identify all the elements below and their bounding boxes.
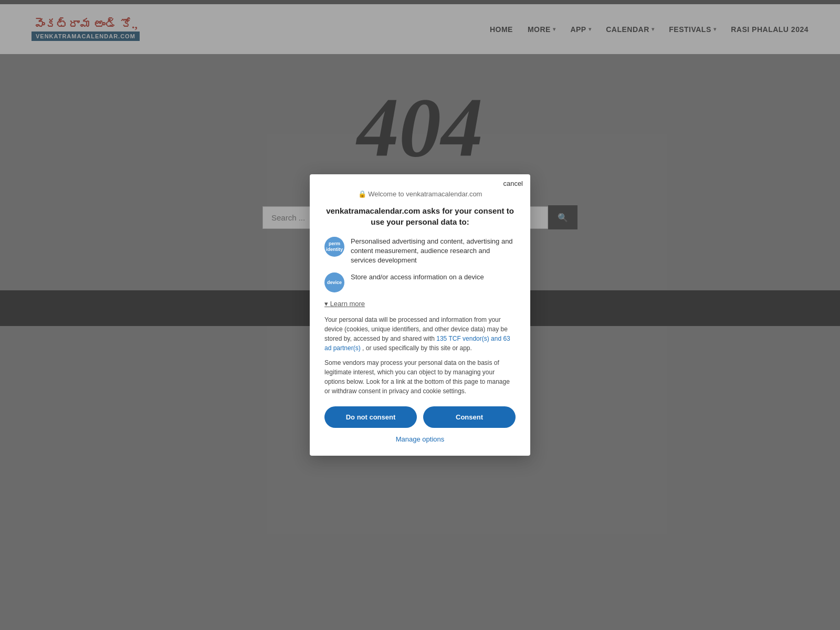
manage-options-link[interactable]: Manage options	[324, 435, 516, 443]
expand-more-icon: ▾	[324, 300, 328, 308]
perm-identity-badge: perm identity	[324, 237, 344, 257]
modal-title: venkatramacalendar.com asks for your con…	[324, 205, 516, 227]
modal-overlay: cancel 🔒 Welcome to venkatramacalendar.c…	[0, 0, 840, 630]
modal-cancel-button[interactable]: cancel	[503, 180, 523, 187]
expand-more-row[interactable]: ▾ Learn more	[324, 300, 516, 308]
permission-row-2: device Store and/or access information o…	[324, 272, 516, 292]
modal-buttons: Do not consent Consent	[324, 406, 516, 428]
modal-logo: 🔒 Welcome to venkatramacalendar.com	[324, 190, 516, 198]
modal-description-1: Your personal data will be processed and…	[324, 315, 516, 353]
perm-identity-text: Personalised advertising and content, ad…	[351, 237, 516, 266]
modal-description-2: Some vendors may process your personal d…	[324, 358, 516, 396]
consent-button[interactable]: Consent	[423, 406, 516, 428]
modal-logo-text: Welcome to venkatramacalendar.com	[368, 190, 482, 198]
consent-modal: cancel 🔒 Welcome to venkatramacalendar.c…	[310, 174, 530, 456]
perm-device-text: Store and/or access information on a dev…	[351, 272, 484, 282]
expand-more-label: Learn more	[330, 300, 365, 308]
modal-logo-icon: 🔒	[358, 190, 366, 198]
permission-row-1: perm identity Personalised advertising a…	[324, 237, 516, 266]
perm-device-badge: device	[324, 272, 344, 292]
do-not-consent-button[interactable]: Do not consent	[324, 406, 417, 428]
